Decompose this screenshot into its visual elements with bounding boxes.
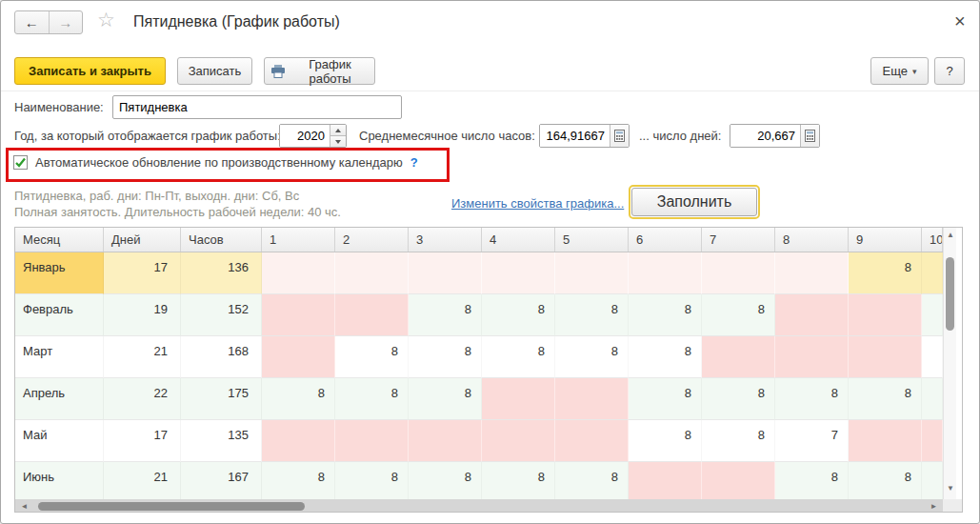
print-schedule-button[interactable]: График работы xyxy=(264,57,375,85)
day-cell[interactable]: 8 xyxy=(629,294,702,336)
forward-arrow-icon[interactable]: → xyxy=(50,11,83,33)
days-count-cell[interactable]: 17 xyxy=(104,252,181,294)
day-cell[interactable] xyxy=(702,336,775,378)
day-cell[interactable] xyxy=(555,252,629,294)
name-input[interactable] xyxy=(112,95,402,119)
day-cell[interactable]: 8 xyxy=(849,462,922,499)
day-cell[interactable]: 8 xyxy=(409,336,482,378)
days-count-cell[interactable]: 21 xyxy=(104,336,181,378)
vertical-scrollbar[interactable]: ▲ ▼ xyxy=(943,228,956,499)
favorite-star-icon[interactable]: ☆ xyxy=(97,9,115,31)
day-cell[interactable] xyxy=(335,252,409,294)
spin-down-button[interactable] xyxy=(330,135,346,147)
avg-hours-input[interactable] xyxy=(540,125,610,147)
day-cell[interactable] xyxy=(922,378,943,420)
day-cell[interactable] xyxy=(922,420,943,462)
day-cell[interactable] xyxy=(262,252,335,294)
day-cell[interactable]: 8 xyxy=(335,462,409,499)
day-cell[interactable] xyxy=(335,420,409,462)
month-cell[interactable]: Февраль xyxy=(15,294,104,336)
day-cell[interactable] xyxy=(262,336,335,378)
spin-up-button[interactable] xyxy=(330,125,346,135)
day-cell[interactable]: 8 xyxy=(335,336,409,378)
year-input[interactable] xyxy=(280,125,330,147)
days-count-cell[interactable]: 17 xyxy=(104,420,181,462)
day-cell[interactable]: 8 xyxy=(409,294,482,336)
scroll-down-arrow-icon[interactable]: ▼ xyxy=(944,481,957,494)
day-cell[interactable] xyxy=(775,294,849,336)
day-cell[interactable]: 8 xyxy=(775,462,849,499)
hours-count-cell[interactable]: 152 xyxy=(181,294,262,336)
day-cell[interactable] xyxy=(335,294,409,336)
day-cell[interactable]: 8 xyxy=(262,462,335,499)
day-cell[interactable]: 8 xyxy=(849,378,922,420)
day-cell[interactable]: 8 xyxy=(555,294,629,336)
day-cell[interactable] xyxy=(849,336,922,378)
day-cell[interactable] xyxy=(849,420,922,462)
day-cell[interactable]: 8 xyxy=(702,294,775,336)
day-cell[interactable]: 8 xyxy=(629,378,702,420)
avg-days-input[interactable] xyxy=(730,125,800,147)
day-cell[interactable] xyxy=(922,294,943,336)
vertical-scrollbar-thumb[interactable] xyxy=(946,257,954,331)
day-cell[interactable] xyxy=(629,462,702,499)
more-button[interactable]: Еще ▾ xyxy=(870,57,929,85)
day-cell[interactable]: 8 xyxy=(775,378,849,420)
fill-button[interactable]: Заполнить xyxy=(631,188,757,216)
day-cell[interactable] xyxy=(409,252,482,294)
day-cell[interactable]: 8 xyxy=(482,336,555,378)
day-cell[interactable]: 8 xyxy=(849,252,922,294)
day-cell[interactable] xyxy=(922,462,943,499)
days-count-cell[interactable]: 22 xyxy=(104,378,181,420)
edit-schedule-properties-link[interactable]: Изменить свойства графика... xyxy=(451,196,624,211)
horizontal-scrollbar-thumb[interactable] xyxy=(38,502,305,511)
day-cell[interactable]: 8 xyxy=(482,294,555,336)
day-cell[interactable]: 8 xyxy=(629,420,702,462)
day-cell[interactable]: 8 xyxy=(262,378,335,420)
day-cell[interactable]: 8 xyxy=(555,462,629,499)
day-cell[interactable] xyxy=(702,462,775,499)
day-cell[interactable] xyxy=(262,294,335,336)
day-cell[interactable] xyxy=(482,252,555,294)
day-cell[interactable] xyxy=(555,420,629,462)
save-and-close-button[interactable]: Записать и закрыть xyxy=(14,57,166,85)
save-button[interactable]: Записать xyxy=(177,57,252,85)
horizontal-scrollbar[interactable]: ◄ ► xyxy=(15,499,943,513)
day-cell[interactable]: 8 xyxy=(629,336,702,378)
calculator-button[interactable] xyxy=(800,125,819,147)
day-cell[interactable] xyxy=(702,252,775,294)
month-cell[interactable]: Март xyxy=(15,336,104,378)
hours-count-cell[interactable]: 135 xyxy=(181,420,262,462)
back-arrow-icon[interactable]: ← xyxy=(15,11,50,33)
day-cell[interactable]: 8 xyxy=(702,420,775,462)
month-cell[interactable]: Январь xyxy=(15,252,104,294)
hours-count-cell[interactable]: 175 xyxy=(181,378,262,420)
day-cell[interactable] xyxy=(262,420,335,462)
scroll-up-arrow-icon[interactable]: ▲ xyxy=(944,228,957,241)
day-cell[interactable] xyxy=(409,420,482,462)
days-count-cell[interactable]: 21 xyxy=(104,462,181,499)
hours-count-cell[interactable]: 136 xyxy=(181,252,262,294)
scroll-left-arrow-icon[interactable]: ◄ xyxy=(17,499,31,513)
hours-count-cell[interactable]: 168 xyxy=(181,336,262,378)
days-count-cell[interactable]: 19 xyxy=(104,294,181,336)
month-cell[interactable]: Май xyxy=(15,420,104,462)
scroll-right-arrow-icon[interactable]: ► xyxy=(927,499,941,513)
day-cell[interactable]: 8 xyxy=(702,378,775,420)
day-cell[interactable]: 8 xyxy=(409,462,482,499)
day-cell[interactable] xyxy=(775,336,849,378)
day-cell[interactable] xyxy=(629,252,702,294)
day-cell[interactable]: 8 xyxy=(482,462,555,499)
day-cell[interactable] xyxy=(922,336,943,378)
day-cell[interactable] xyxy=(922,252,943,294)
day-cell[interactable] xyxy=(775,252,849,294)
day-cell[interactable] xyxy=(482,378,555,420)
month-cell[interactable]: Апрель xyxy=(15,378,104,420)
day-cell[interactable]: 8 xyxy=(409,378,482,420)
hours-count-cell[interactable]: 167 xyxy=(181,462,262,499)
help-button[interactable]: ? xyxy=(934,57,965,85)
day-cell[interactable]: 7 xyxy=(775,420,849,462)
day-cell[interactable] xyxy=(555,378,629,420)
day-cell[interactable] xyxy=(482,420,555,462)
auto-update-checkbox[interactable] xyxy=(13,155,28,170)
